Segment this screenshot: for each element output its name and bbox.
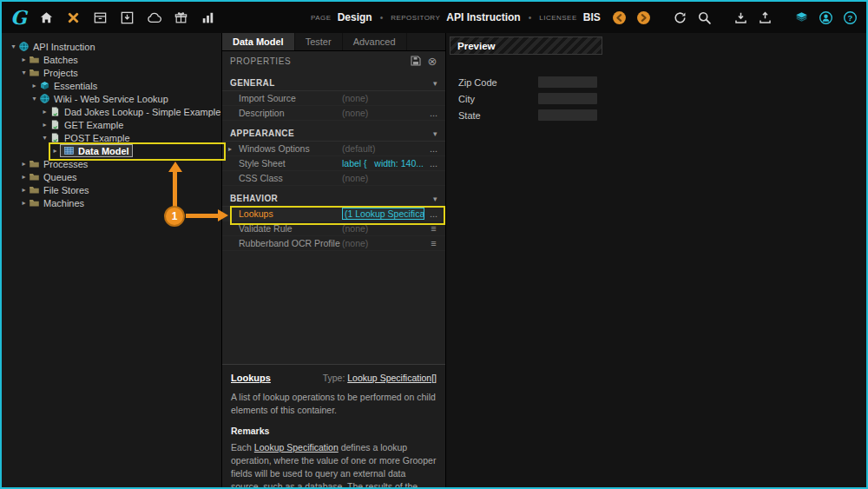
tree-item-post-example[interactable]: ▾ POST Example [2,131,221,144]
prop-row-import-source[interactable]: Import Source (none) [222,91,445,106]
tab-bar: Data Model Tester Advanced [222,33,445,51]
tree-item-queues[interactable]: ▸ Queues [2,170,221,183]
forward-icon[interactable] [636,10,651,25]
tree-item-projects[interactable]: ▾ Projects [2,66,221,79]
gift-icon[interactable] [174,10,188,25]
prop-value[interactable]: (default) [342,143,427,154]
prop-label: Windows Options [239,143,342,154]
tree-item-batches[interactable]: ▸ Batches [2,53,221,66]
tree-item-label: Projects [43,68,78,78]
page-value[interactable]: Design [338,11,372,23]
expander-icon[interactable]: ▸ [19,160,29,168]
help-icon[interactable] [843,10,858,25]
prop-value[interactable]: (none) [342,238,427,248]
zip-code-input[interactable] [538,76,597,88]
chevron-down-icon[interactable]: ▾ [433,79,437,88]
separator-dot: • [380,13,384,23]
batches-icon[interactable] [93,10,108,25]
layers-icon[interactable] [794,10,809,25]
repository-label: REPOSITORY [391,14,440,22]
tree-item-label: Queues [43,172,77,182]
prop-row-lookups[interactable]: Lookups (1 Lookup Specificatio ... [222,207,445,221]
close-icon[interactable]: ⊗ [428,56,438,67]
toolbar-right-icons [612,10,858,25]
tab-data-model[interactable]: Data Model [222,33,295,50]
folder-icon [29,184,40,195]
state-input[interactable] [538,109,597,121]
stats-icon[interactable] [201,10,215,25]
ellipsis-button[interactable]: ... [427,143,440,154]
expander-icon[interactable]: ▸ [50,147,60,155]
tree-item-essentials[interactable]: ▸ Essentials [2,79,221,92]
user-icon[interactable] [819,10,833,25]
download-icon[interactable] [733,10,748,25]
tree-item-machines[interactable]: ▸ Machines [2,196,221,209]
prop-value[interactable]: label { width: 140... [342,158,427,169]
expander-icon[interactable]: ▸ [228,145,239,153]
prop-value[interactable]: (1 Lookup Specificatio [342,208,424,220]
repository-value[interactable]: API Instruction [446,11,520,23]
prop-value[interactable]: (none) [342,93,427,103]
expander-icon[interactable]: ▸ [19,56,29,63]
prop-row-windows-options[interactable]: ▸ Windows Options (default) ... [222,142,445,156]
expander-icon[interactable]: ▸ [19,186,29,194]
prop-row-rubberband-ocr-profile[interactable]: Rubberband OCR Profile (none) ≡ [222,236,445,251]
section-header-general[interactable]: GENERAL ▾ [222,76,445,91]
preview-panel: Preview Zip Code City State [446,33,866,487]
tab-tester[interactable]: Tester [295,33,343,50]
menu-icon[interactable]: ≡ [427,238,440,248]
prop-row-style-sheet[interactable]: Style Sheet label { width: 140... ... [222,156,445,171]
folder-icon [29,171,40,182]
tree-item-wiki-web-service-lookup[interactable]: ▾ Wiki - Web Service Lookup [2,92,221,105]
tree-item-processes[interactable]: ▸ Processes [2,157,221,170]
prop-value[interactable]: (none) [342,223,427,234]
refresh-icon[interactable] [673,10,687,25]
expander-icon[interactable]: ▾ [30,95,39,102]
home-icon[interactable] [39,10,54,25]
tab-advanced[interactable]: Advanced [343,33,407,50]
prop-row-description[interactable]: Description (none) ... [222,106,445,121]
section-header-appearance[interactable]: APPEARANCE ▾ [222,126,445,142]
expander-icon[interactable]: ▾ [9,43,18,50]
chevron-down-icon[interactable]: ▾ [433,195,437,203]
ellipsis-button[interactable]: ... [427,158,440,169]
prop-label: CSS Class [239,173,342,183]
tree-item-label: Machines [43,198,84,208]
prop-value[interactable]: (none) [342,108,427,118]
tree-item-file-stores[interactable]: ▸ File Stores [2,183,221,196]
prop-value[interactable]: (none) [342,173,427,183]
expander-icon[interactable]: ▸ [30,82,39,89]
type-link[interactable]: Lookup Specification[] [347,373,437,383]
app-window: G PAGE Design • REPOSITORY API Instructi… [0,0,868,489]
expander-icon[interactable]: ▾ [40,134,49,142]
field-label: State [458,110,538,121]
expander-icon[interactable]: ▸ [19,199,29,207]
tree-item-data-model[interactable]: ▸ Data Model [2,144,221,157]
section-header-behavior[interactable]: BEHAVIOR ▾ [222,191,445,207]
tree-item-api-instruction[interactable]: ▾ API Instruction [2,40,221,53]
tools-icon[interactable] [66,10,81,25]
expander-icon[interactable]: ▸ [19,173,29,181]
prop-row-validate-rule[interactable]: Validate Rule (none) ≡ [222,221,445,236]
expander-icon[interactable]: ▾ [19,69,29,76]
city-input[interactable] [538,93,597,104]
back-icon[interactable] [612,10,627,25]
prop-row-css-class[interactable]: CSS Class (none) [222,171,445,186]
menu-icon[interactable]: ≡ [427,223,440,234]
ellipsis-button[interactable]: ... [427,208,440,219]
import-icon[interactable] [120,10,135,25]
chevron-down-icon[interactable]: ▾ [433,129,437,138]
expander-icon[interactable]: ▸ [40,108,49,116]
grooper-logo: G [10,6,27,29]
repository-icon [18,41,30,52]
ellipsis-button[interactable]: ... [427,108,440,118]
save-icon[interactable] [410,55,422,67]
tree-item-get-example[interactable]: ▸ GET Example [2,118,221,131]
search-icon[interactable] [697,10,712,25]
expander-icon[interactable]: ▸ [40,121,49,129]
lookup-specification-link[interactable]: Lookup Specification [254,442,339,453]
tree-item-dad-jokes-lookup[interactable]: ▸ Dad Jokes Lookup - Simple Example [2,105,221,118]
upload-icon[interactable] [758,10,773,25]
preview-header: Preview [450,36,602,55]
cloud-icon[interactable] [147,10,161,25]
